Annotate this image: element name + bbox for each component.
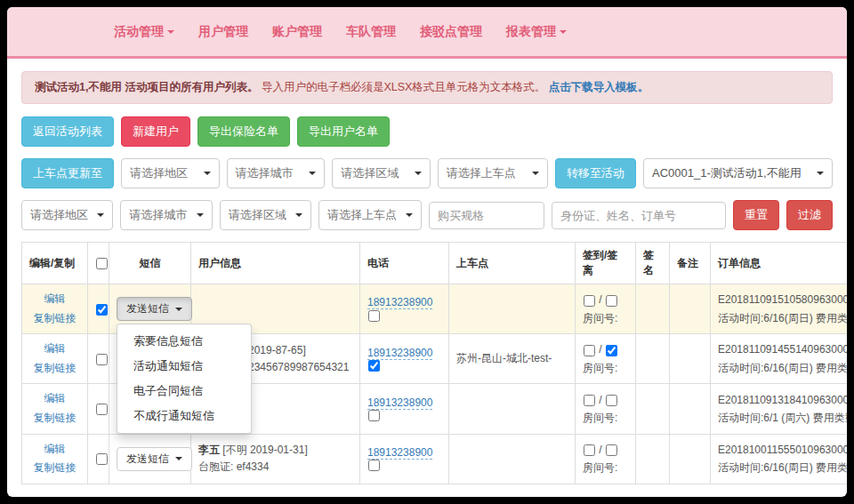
nav-fleet-management[interactable]: 车队管理 [346,24,396,40]
chevron-down-icon [532,172,539,175]
signature-cell [636,334,670,384]
copy-link[interactable]: 复制链接 [34,461,77,474]
order-detail: 活动时间:6/1 (周六) 费用类型 [718,412,847,424]
pickup-point-cell [449,284,576,334]
phone-link[interactable]: 18913238900 [367,396,432,410]
checkin-checkbox[interactable] [584,345,595,356]
row-checkbox[interactable] [96,354,108,365]
copy-link[interactable]: 复制链接 [34,362,77,374]
edit-link[interactable]: 编辑 [44,443,66,455]
header-signature: 签名 [636,243,670,284]
room-number-label: 房间号: [583,412,617,424]
note-cell [670,334,711,384]
checkout-checkbox[interactable] [606,295,617,307]
top-navbar: 活动管理 用户管理 账户管理 车队管理 接驳点管理 报表管理 [7,7,847,59]
phone-link[interactable]: 18913238900 [367,296,432,309]
phone-checkbox[interactable] [368,360,380,372]
new-user-button[interactable]: 新建用户 [121,116,190,147]
menu-item-cancel-notice-sms[interactable]: 不成行通知短信 [117,404,251,428]
edit-link[interactable]: 编辑 [44,342,66,355]
table-header-row: 编辑/复制 短信 用户信息 电话 上车点 签到/签离 签名 备注 订单信息 [22,243,848,284]
back-to-activity-list-button[interactable]: 返回活动列表 [21,116,114,147]
filter-pickup-point-select[interactable]: 请选择上车点 [318,200,422,230]
edit-link[interactable]: 编辑 [44,292,66,305]
chevron-down-icon [175,457,182,460]
order-detail: 活动时间:6/16(周日) 费用类型 [718,312,847,324]
chevron-down-icon [309,172,316,175]
pickup-point-cell [449,434,576,484]
signature-cell [636,384,670,434]
search-input[interactable] [552,202,726,229]
alert-title: 测试活动1,不能用 活动项目的所有用户列表。 [35,81,258,93]
pickup-point-select[interactable]: 请选择上车点 [438,158,548,188]
note-cell [670,284,711,334]
filter-button[interactable]: 过滤 [786,200,833,230]
order-id: E20181109131841096300031 [718,394,847,406]
update-pickup-point-button[interactable]: 上车点更新至 [21,158,114,188]
app-window: 活动管理 用户管理 账户管理 车队管理 接驳点管理 报表管理 测试活动1,不能用… [7,7,847,497]
phone-checkbox[interactable] [368,460,380,471]
target-activity-select[interactable]: AC0001_1-测试活动1,不能用 [643,158,833,188]
purchase-spec-input[interactable] [429,202,544,229]
checkout-checkbox[interactable] [606,444,617,456]
nav-report-management[interactable]: 报表管理 [506,24,567,40]
room-number-label: 房间号: [583,312,617,324]
transfer-to-activity-button[interactable]: 转移至活动 [555,158,636,188]
export-user-list-button[interactable]: 导出用户名单 [297,116,390,147]
header-sms: 短信 [109,243,191,284]
nav-activity-management[interactable]: 活动管理 [114,24,174,40]
chevron-down-icon [167,30,174,34]
menu-item-request-info-sms[interactable]: 索要信息短信 [117,329,251,354]
chevron-down-icon [817,172,824,175]
row-checkbox[interactable] [96,404,108,415]
city-select[interactable]: 请选择城市 [227,158,326,188]
copy-link[interactable]: 复制链接 [34,412,77,424]
send-sms-button[interactable]: 发送短信 [117,297,192,321]
import-hint-alert: 测试活动1,不能用 活动项目的所有用户列表。 导入用户的电子档必须是XLSX格式… [21,71,833,104]
main-content: 测试活动1,不能用 活动项目的所有用户列表。 导入用户的电子档必须是XLSX格式… [7,59,847,497]
header-pickup-point: 上车点 [449,243,576,284]
nav-pickup-point-management[interactable]: 接驳点管理 [420,24,482,40]
header-phone: 电话 [360,243,449,284]
filter-district-select[interactable]: 请选择区域 [220,200,311,230]
nav-user-management[interactable]: 用户管理 [198,24,248,40]
region-select[interactable]: 请选择地区 [121,158,220,188]
export-insurance-list-button[interactable]: 导出保险名单 [197,116,290,147]
download-template-link[interactable]: 点击下载导入模板。 [549,81,649,93]
phone-link[interactable]: 18913238900 [367,347,432,360]
phone-checkbox[interactable] [368,410,380,421]
pickup-transfer-row: 上车点更新至 请选择地区 请选择城市 请选择区域 请选择上车点 转移至活动 AC… [21,158,833,188]
reset-button[interactable]: 重置 [733,200,779,230]
order-id: E20181109151058096300025 [718,293,847,306]
note-cell [670,384,711,434]
copy-link[interactable]: 复制链接 [34,312,77,324]
header-checkin-checkout: 签到/签离 [576,243,636,284]
select-all-checkbox[interactable] [96,258,108,269]
send-sms-button[interactable]: 发送短信 [117,447,192,471]
room-number-label: 房间号: [583,362,617,374]
checkout-checkbox[interactable] [606,345,617,356]
signature-cell [636,284,670,334]
checkout-checkbox[interactable] [606,395,617,406]
edit-link[interactable]: 编辑 [44,392,66,404]
filter-region-select[interactable]: 请选择地区 [21,200,113,230]
menu-item-e-contract-sms[interactable]: 电子合同短信 [117,379,251,404]
row-checkbox[interactable] [96,453,108,465]
row-checkbox[interactable] [96,304,108,316]
phone-link[interactable]: 18913238900 [367,446,432,460]
order-detail: 活动时间:6/16(周日) 费用类型 [718,461,847,474]
table-row: 编辑 复制链接 发送短信 索要信息短信 活动通知短信 电子合同短信 不成行通知短… [22,284,848,334]
chevron-down-icon [175,308,182,311]
district-select[interactable]: 请选择区域 [332,158,431,188]
filter-city-select[interactable]: 请选择城市 [120,200,212,230]
checkin-checkbox[interactable] [584,444,595,456]
menu-item-activity-notice-sms[interactable]: 活动通知短信 [117,354,251,379]
alert-body: 导入用户的电子档必须是XLSX格式且单元格为文本格式。 [262,81,545,93]
sms-dropdown-menu: 索要信息短信 活动通知短信 电子合同短信 不成行通知短信 [117,324,252,434]
pickup-point-cell: 苏州-昆山-城北-test- [449,334,576,384]
checkin-checkbox[interactable] [584,395,595,406]
checkin-checkbox[interactable] [584,295,595,307]
phone-checkbox[interactable] [368,310,380,322]
nav-account-management[interactable]: 账户管理 [272,24,322,40]
order-detail: 活动时间:6/16(周日) 费用类型 [718,362,847,374]
